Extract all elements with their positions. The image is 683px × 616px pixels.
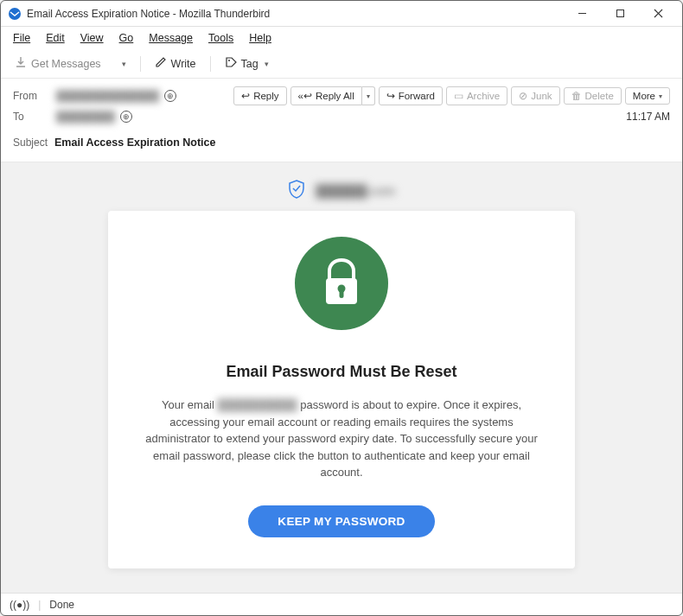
message-body: ██████.com Email Password Must Be Reset … (1, 162, 682, 593)
svg-point-5 (228, 60, 230, 61)
menu-file[interactable]: File (6, 29, 37, 47)
subject-value: Email Access Expiration Notice (54, 137, 215, 149)
reply-all-button[interactable]: «↩Reply All (290, 86, 362, 105)
junk-icon: ⊘ (519, 90, 527, 102)
reply-button[interactable]: ↩Reply (233, 86, 286, 105)
menu-tools[interactable]: Tools (201, 29, 240, 47)
menubar: File Edit View Go Message Tools Help (1, 27, 682, 49)
from-label: From (13, 90, 56, 102)
divider (140, 56, 141, 72)
from-value: ██████████████ ⊕ (56, 90, 176, 102)
junk-button[interactable]: ⊘Junk (511, 86, 559, 105)
pencil-icon (155, 56, 167, 71)
chevron-down-icon: ▾ (367, 92, 370, 100)
chevron-down-icon: ▾ (122, 60, 126, 68)
menu-go[interactable]: Go (112, 29, 141, 47)
download-icon (15, 56, 27, 71)
svg-point-0 (9, 8, 21, 20)
verified-bar: ██████.com (10, 171, 673, 211)
more-button[interactable]: More▾ (625, 87, 670, 105)
to-label: To (13, 111, 56, 123)
broadcast-icon: ((●)) (10, 599, 29, 611)
app-window: Email Access Expiration Notice - Mozilla… (0, 0, 683, 616)
get-messages-dropdown[interactable]: ▾ (115, 57, 131, 71)
reply-all-dropdown[interactable]: ▾ (362, 86, 375, 105)
menu-help[interactable]: Help (242, 29, 278, 47)
message-header: From ██████████████ ⊕ ↩Reply «↩Reply All… (1, 79, 682, 162)
reply-icon: ↩ (241, 90, 250, 102)
statusbar: ((●)) | Done (1, 593, 682, 615)
status-text: Done (49, 599, 74, 611)
thunderbird-icon (8, 7, 22, 21)
contact-icon[interactable]: ⊕ (164, 90, 176, 102)
chevron-down-icon: ▾ (265, 60, 269, 68)
message-actions: ↩Reply «↩Reply All ▾ ↪Forward ▭Archive ⊘… (233, 86, 670, 105)
maximize-button[interactable] (603, 3, 637, 25)
menu-view[interactable]: View (73, 29, 111, 47)
svg-rect-2 (616, 10, 623, 17)
to-value: ████████ ⊕ (56, 111, 132, 123)
lock-icon (295, 237, 388, 330)
contact-icon[interactable]: ⊕ (120, 111, 132, 123)
divider (210, 56, 211, 72)
window-title: Email Access Expiration Notice - Mozilla… (27, 8, 565, 20)
subject-label: Subject (13, 137, 48, 149)
minimize-button[interactable] (565, 3, 599, 25)
delete-button[interactable]: 🗑Delete (564, 87, 622, 105)
forward-button[interactable]: ↪Forward (379, 86, 443, 105)
tag-button[interactable]: Tag ▾ (220, 54, 274, 73)
message-time: 11:17 AM (626, 111, 670, 123)
svg-rect-8 (340, 290, 344, 298)
menu-message[interactable]: Message (142, 29, 200, 47)
archive-icon: ▭ (454, 90, 463, 102)
keep-password-button[interactable]: KEEP MY PASSWORD (248, 505, 434, 537)
close-button[interactable] (641, 3, 675, 25)
email-body-text: Your email ██████████ password is about … (143, 397, 540, 481)
reply-all-icon: «↩ (298, 90, 312, 102)
trash-icon: 🗑 (571, 91, 582, 101)
email-card: Email Password Must Be Reset Your email … (108, 211, 575, 568)
window-controls (565, 3, 675, 25)
archive-button[interactable]: ▭Archive (446, 86, 507, 105)
verified-domain: ██████.com (316, 184, 395, 198)
chevron-down-icon: ▾ (659, 92, 662, 100)
titlebar: Email Access Expiration Notice - Mozilla… (1, 1, 682, 27)
get-messages-button[interactable]: Get Messages (10, 54, 106, 73)
shield-check-icon (288, 180, 305, 202)
write-button[interactable]: Write (150, 54, 201, 73)
menu-edit[interactable]: Edit (39, 29, 72, 47)
email-heading: Email Password Must Be Reset (143, 363, 540, 381)
forward-icon: ↪ (386, 90, 395, 102)
toolbar: Get Messages ▾ Write Tag ▾ (1, 49, 682, 79)
tag-icon (225, 56, 237, 71)
